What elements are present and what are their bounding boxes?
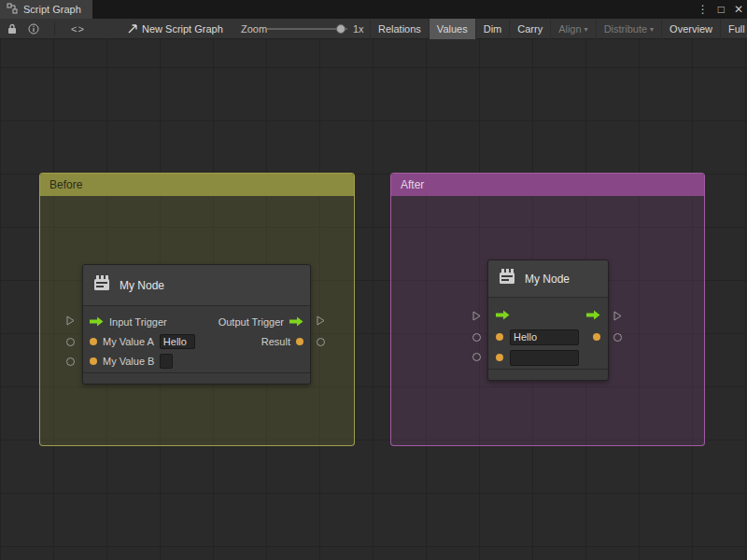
code-view-icon[interactable]: <> (71, 19, 85, 39)
external-trigger-port[interactable] (613, 311, 622, 321)
trigger-row (488, 305, 608, 324)
zoom-slider[interactable] (267, 28, 347, 30)
input-trigger-port-icon[interactable] (496, 310, 510, 320)
external-value-port[interactable] (613, 333, 622, 342)
value-b-row (488, 348, 608, 367)
relations-button[interactable]: Relations (370, 19, 429, 39)
value-b-input[interactable] (160, 354, 173, 369)
external-value-port[interactable] (66, 338, 75, 346)
before-node-ports: Input Trigger Output Trigger My Value A (83, 306, 310, 371)
zoom-value: 1x (353, 19, 364, 39)
after-node[interactable]: My Node (487, 259, 609, 381)
maximize-icon[interactable]: □ (718, 0, 725, 19)
zoom-slider-knob[interactable] (336, 24, 345, 34)
chevron-down-icon: ▾ (650, 25, 654, 34)
zoom-label: Zoom (241, 19, 267, 39)
tab-bar: Script Graph ⋮ □ ✕ (0, 0, 747, 19)
external-trigger-port[interactable] (317, 315, 325, 326)
result-label: Result (261, 336, 290, 347)
script-graph-window: Script Graph ⋮ □ ✕ <> New Script Graph Z… (0, 0, 747, 560)
output-trigger-port-icon[interactable] (289, 316, 303, 327)
carry-button[interactable]: Carry (509, 19, 550, 39)
value-a-input[interactable] (160, 334, 195, 349)
trigger-row: Input Trigger Output Trigger (83, 312, 310, 331)
value-b-label: My Value B (103, 356, 154, 367)
value-b-port-icon[interactable] (496, 354, 503, 361)
close-icon[interactable]: ✕ (734, 0, 743, 19)
group-after-header[interactable]: After (391, 174, 704, 196)
after-node-footer (488, 369, 608, 380)
before-node-header[interactable]: My Node (83, 265, 310, 306)
graph-toolbar: <> New Script Graph Zoom 1x Relations Va… (0, 19, 747, 39)
input-trigger-port-icon[interactable] (90, 316, 104, 327)
align-dropdown[interactable]: Align▾ (550, 19, 595, 39)
values-button[interactable]: Values (429, 19, 475, 39)
distribute-dropdown[interactable]: Distribute▾ (596, 19, 661, 39)
unit-icon (92, 273, 112, 298)
group-before-title: Before (49, 178, 82, 191)
group-after-title: After (401, 178, 424, 191)
group-before-header[interactable]: Before (40, 174, 354, 196)
after-node-header[interactable]: My Node (488, 260, 608, 298)
tab-script-graph[interactable]: Script Graph (0, 0, 92, 19)
external-value-port[interactable] (472, 353, 481, 361)
chevron-down-icon: ▾ (585, 25, 588, 34)
overview-button[interactable]: Overview (661, 19, 720, 39)
kebab-menu-icon[interactable]: ⋮ (698, 0, 709, 19)
value-a-row: My Value A Result (83, 331, 310, 351)
graph-tab-icon (7, 1, 18, 18)
value-a-port-icon[interactable] (90, 338, 97, 345)
input-trigger-label: Input Trigger (109, 316, 167, 328)
graph-canvas[interactable]: Before After My Node (0, 39, 747, 560)
value-a-input[interactable] (510, 329, 579, 345)
before-node[interactable]: My Node Input Trigger Output Trigger (82, 264, 311, 385)
graph-breadcrumb[interactable]: New Script Graph (142, 19, 223, 39)
info-icon[interactable] (28, 19, 39, 39)
result-port-icon[interactable] (593, 333, 600, 341)
value-b-port-icon[interactable] (90, 357, 97, 365)
graph-asset-icon (127, 19, 138, 39)
external-value-port[interactable] (317, 338, 325, 346)
before-node-footer (83, 372, 310, 384)
result-port-icon[interactable] (296, 338, 303, 345)
toolbar-buttons: Relations Values Dim Carry Align▾ Distri… (370, 19, 747, 39)
value-b-input[interactable] (510, 350, 579, 366)
external-trigger-port[interactable] (66, 315, 75, 326)
toolbar-separator (54, 22, 55, 35)
output-trigger-port-icon[interactable] (586, 310, 600, 320)
value-a-row (488, 328, 608, 346)
value-a-port-icon[interactable] (496, 333, 503, 341)
value-a-label: My Value A (103, 336, 154, 347)
before-node-title: My Node (120, 279, 164, 292)
external-value-port[interactable] (472, 333, 481, 342)
tab-title: Script Graph (23, 4, 81, 15)
external-trigger-port[interactable] (472, 311, 481, 321)
window-controls: ⋮ □ ✕ (698, 0, 743, 19)
unit-icon (497, 267, 517, 291)
lock-icon[interactable] (7, 19, 17, 39)
after-node-title: My Node (525, 273, 570, 286)
external-value-port[interactable] (66, 357, 75, 366)
value-b-row: My Value B (83, 351, 310, 371)
dim-button[interactable]: Dim (475, 19, 510, 39)
output-trigger-label: Output Trigger (218, 316, 284, 328)
fullscreen-button[interactable]: Full Screen (720, 19, 747, 39)
